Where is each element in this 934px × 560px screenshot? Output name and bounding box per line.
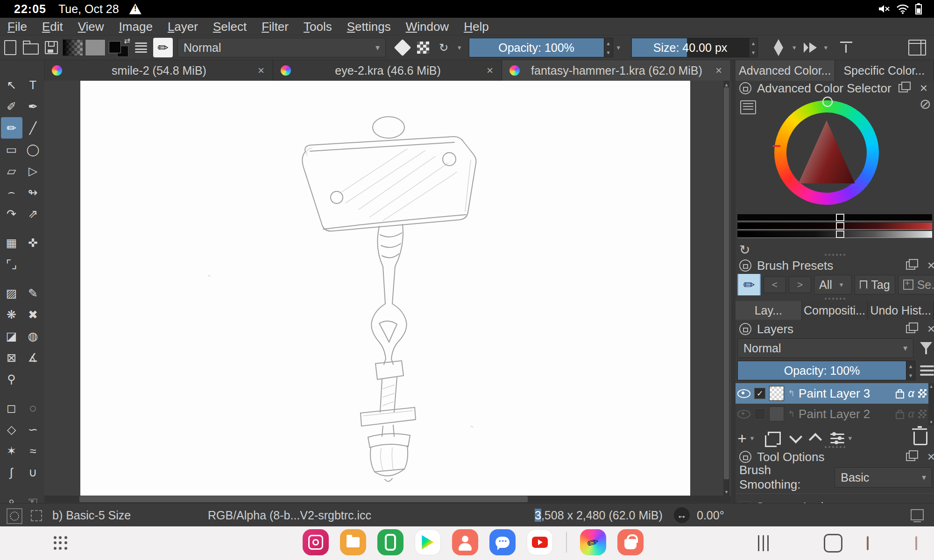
tool-select-shapes[interactable]: ↖ <box>1 74 22 96</box>
selection-display-icon[interactable] <box>7 508 22 524</box>
lock-docker-icon[interactable] <box>739 323 751 335</box>
menu-settings[interactable]: Settings <box>340 18 398 35</box>
brush-settings-button[interactable] <box>131 38 151 57</box>
save-button[interactable] <box>41 38 62 57</box>
color-strip-1[interactable] <box>737 214 932 221</box>
canvas-rotation-angle[interactable]: 0.00° <box>697 509 724 522</box>
trim-button[interactable] <box>836 38 856 57</box>
tool-transform[interactable]: ▦ <box>1 232 22 253</box>
previous-preset-button[interactable]: < <box>764 276 786 293</box>
hue-marker[interactable] <box>822 97 833 107</box>
snap-to-assistants-row[interactable]: Snap to Assistants <box>739 500 856 503</box>
workspace-chooser-button[interactable] <box>907 38 927 57</box>
docker-splitter[interactable] <box>736 252 934 257</box>
tool-polygon-select[interactable]: ◇ <box>1 419 22 440</box>
layer-checkbox[interactable]: ✓ <box>754 388 765 399</box>
scroll-down-icon[interactable]: ▾ <box>723 489 729 495</box>
selector-settings-icon[interactable] <box>740 100 756 114</box>
tool-gradient[interactable]: ▨ <box>1 282 22 304</box>
duplicate-layer-button[interactable] <box>768 432 781 445</box>
pattern-chooser[interactable] <box>85 39 106 56</box>
tool-freehand-brush[interactable]: ✏ <box>1 117 22 139</box>
tool-bezier-select[interactable]: ∫ <box>1 462 22 483</box>
tool-magnetic-select[interactable]: ∪ <box>22 462 44 483</box>
horizontal-scroll-thumb[interactable] <box>79 496 528 502</box>
tool-reference-images[interactable]: ⊠ <box>1 347 22 368</box>
strip-marker[interactable] <box>836 214 844 221</box>
fullscreen-icon[interactable] <box>911 509 924 520</box>
tool-rectangle[interactable]: ▭ <box>1 139 22 160</box>
size-slider[interactable]: Size: 40.00 px <box>631 38 749 57</box>
chevron-down-icon[interactable]: ▾ <box>613 43 624 52</box>
inherit-alpha-icon[interactable] <box>918 410 927 418</box>
tool-ellipse-select[interactable]: ◌ <box>22 397 44 419</box>
tab-fantasy-hammer-1[interactable]: fantasy-hammer-1.kra (62.0 MiB) × <box>502 60 731 81</box>
tool-rect-select[interactable]: ◻ <box>1 397 22 419</box>
float-docker-icon[interactable] <box>906 453 915 461</box>
color-wheel-area[interactable]: ⊘ <box>736 97 934 232</box>
layer-options-menu-icon[interactable] <box>920 365 934 376</box>
eraser-toggle-button[interactable] <box>392 38 413 57</box>
recents-button[interactable] <box>758 535 769 551</box>
docker-splitter[interactable] <box>736 296 934 301</box>
vertical-scrollbar[interactable]: ▴ ▾ <box>723 81 729 496</box>
tool-polyline[interactable]: ▷ <box>22 160 44 182</box>
color-profile[interactable]: RGB/Alpha (8-b...V2-srgbtrc.icc <box>208 509 371 522</box>
app-google-play-icon[interactable] <box>415 529 441 555</box>
reload-preset-button[interactable]: ↻ <box>433 38 454 57</box>
opacity-slider[interactable]: Opacity: 100% <box>469 38 604 57</box>
tool-line[interactable]: ╱ <box>22 117 44 139</box>
color-strip-3[interactable] <box>737 231 932 238</box>
tool-calligraphy[interactable]: ✒ <box>22 96 44 117</box>
tool-assistants[interactable]: ⚲ <box>1 368 22 390</box>
image-dimensions[interactable]: 3,508 x 2,480 (62.0 MiB) <box>535 509 663 522</box>
close-tab-icon[interactable]: × <box>258 64 264 77</box>
layers-header[interactable]: Layers × <box>736 322 934 336</box>
close-docker-icon[interactable]: × <box>927 259 934 272</box>
tool-freehand-path[interactable]: ↬ <box>22 182 44 203</box>
menu-select[interactable]: Select <box>205 18 254 35</box>
app-youtube-icon[interactable] <box>527 529 553 555</box>
color-strip-2[interactable] <box>737 223 932 230</box>
docker-splitter[interactable] <box>736 445 934 449</box>
chevron-down-icon[interactable]: ▾ <box>789 43 800 52</box>
brush-presets-header[interactable]: Brush Presets × <box>736 258 934 273</box>
brush-smoothing-dropdown[interactable]: Basic ▾ <box>835 467 932 488</box>
tool-fill[interactable]: ◪ <box>1 325 22 347</box>
menu-filter[interactable]: Filter <box>254 18 296 35</box>
tab-composition[interactable]: Compositi... <box>802 301 868 320</box>
tool-polygon[interactable]: ▱ <box>1 160 22 182</box>
app-drawer-icon[interactable] <box>54 536 68 550</box>
layer-row-paint-layer-2[interactable]: ↰ Paint Layer 2 α <box>736 404 928 424</box>
app-krita-icon[interactable]: ✏ <box>580 529 606 555</box>
strip-marker[interactable] <box>836 231 844 238</box>
lock-docker-icon[interactable] <box>739 259 751 272</box>
tab-layers[interactable]: Lay... <box>736 301 802 320</box>
layer-thumbnail[interactable] <box>769 386 784 401</box>
scroll-down-icon[interactable]: ▾ <box>930 419 933 425</box>
tool-dynamic-brush[interactable]: ↷ <box>1 203 22 224</box>
app-messages-icon[interactable] <box>489 529 516 555</box>
lock-docker-icon[interactable] <box>739 82 751 94</box>
back-button[interactable] <box>867 536 869 550</box>
layer-list-scrollbar[interactable]: ▴ ▾ <box>928 383 934 425</box>
tool-smart-patch[interactable]: ❋ <box>1 304 22 325</box>
layer-opacity-spinner[interactable]: ▴ ▾ <box>906 361 915 380</box>
size-spinner[interactable]: ▴ ▾ <box>749 38 758 57</box>
new-document-button[interactable] <box>0 38 21 57</box>
close-tab-icon[interactable]: × <box>487 64 493 77</box>
scroll-up-icon[interactable]: ▴ <box>723 81 729 88</box>
strip-marker[interactable] <box>836 222 844 230</box>
tool-enclose-fill[interactable]: ◍ <box>22 325 44 347</box>
opacity-spinner[interactable]: ▴ ▾ <box>604 38 613 57</box>
app-my-files-icon[interactable] <box>340 529 366 555</box>
layer-filter-button[interactable] <box>918 342 934 354</box>
tool-bezier-curve[interactable]: ⌢ <box>1 182 22 203</box>
layer-thumbnail[interactable] <box>769 406 784 421</box>
mirror-horizontal-button[interactable] <box>800 38 821 57</box>
tool-similar-select[interactable]: ≈ <box>22 440 44 462</box>
inherit-alpha-icon[interactable] <box>918 389 927 398</box>
tab-eye-2[interactable]: eye-2.kra (46.6 MiB) × <box>273 60 502 81</box>
float-docker-icon[interactable] <box>906 325 915 333</box>
layer-blending-mode-dropdown[interactable]: Normal ▾ <box>737 338 913 358</box>
